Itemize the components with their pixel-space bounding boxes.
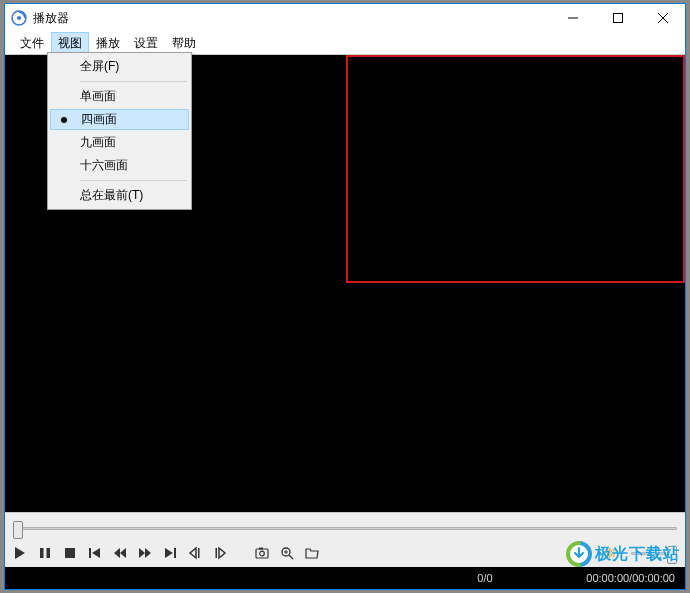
menu-view[interactable]: 视图 [51,32,89,54]
svg-rect-12 [259,548,263,550]
menu-settings[interactable]: 设置 [127,32,165,54]
svg-rect-9 [216,548,218,558]
svg-rect-8 [198,548,200,558]
menu-item-fullscreen[interactable]: 全屏(F) [50,55,189,78]
skip-end-button[interactable] [163,546,177,560]
svg-point-1 [17,16,21,20]
menubar: 文件 视图 播放 设置 帮助 [5,32,685,54]
progress-thumb[interactable] [13,521,23,539]
status-bar: 0/0 00:00:00/00:00:00 [5,567,685,589]
fast-forward-button[interactable] [138,546,152,560]
menu-label: 九画面 [76,134,189,151]
pause-button[interactable] [38,546,52,560]
svg-rect-10 [256,549,268,558]
menu-label: 四画面 [77,111,188,128]
status-counter: 0/0 [425,572,545,584]
progress-track [13,527,677,530]
app-icon [11,10,27,26]
stop-button[interactable] [63,546,77,560]
svg-rect-3 [40,548,44,558]
video-pane-3[interactable] [5,285,344,513]
menu-item-quad-view[interactable]: 四画面 [50,109,189,130]
menu-label: 单画面 [76,88,189,105]
menu-file[interactable]: 文件 [13,32,51,54]
minimize-button[interactable] [550,4,595,32]
menu-item-nine-view[interactable]: 九画面 [50,131,189,154]
snapshot-button[interactable] [255,546,269,560]
window-controls [550,4,685,32]
volume-icon[interactable] [600,543,620,563]
menu-item-always-on-top[interactable]: 总在最前(T) [50,184,189,207]
svg-rect-6 [89,548,91,558]
window-title: 播放器 [33,10,550,27]
rewind-button[interactable] [113,546,127,560]
volume-thumb[interactable] [667,546,677,564]
menu-label: 总在最前(T) [76,187,189,204]
titlebar: 播放器 [5,4,685,32]
volume-slider[interactable] [631,544,677,562]
open-folder-button[interactable] [305,546,319,560]
video-pane-2[interactable] [346,55,685,283]
svg-rect-5 [65,548,75,558]
video-pane-4[interactable] [346,285,685,513]
close-button[interactable] [640,4,685,32]
view-dropdown-menu: 全屏(F) 单画面 四画面 九画面 十六画面 总在最前(T) [47,52,192,210]
svg-rect-4 [47,548,51,558]
status-time: 00:00:00/00:00:00 [545,572,675,584]
menu-label: 全屏(F) [76,58,189,75]
play-button[interactable] [13,546,27,560]
button-row [13,543,677,563]
skip-start-button[interactable] [88,546,102,560]
maximize-button[interactable] [595,4,640,32]
menu-separator [80,180,187,181]
menu-label: 十六画面 [76,157,189,174]
step-back-button[interactable] [188,546,202,560]
menu-item-single-view[interactable]: 单画面 [50,85,189,108]
menu-separator [80,81,187,82]
svg-point-11 [260,551,265,556]
svg-rect-7 [174,548,176,558]
progress-slider[interactable] [13,519,677,537]
menu-play[interactable]: 播放 [89,32,127,54]
svg-rect-2 [613,14,622,23]
menu-help[interactable]: 帮助 [165,32,203,54]
zoom-button[interactable] [280,546,294,560]
step-forward-button[interactable] [213,546,227,560]
control-bar [5,512,685,567]
radio-mark-icon [51,117,77,123]
menu-item-sixteen-view[interactable]: 十六画面 [50,154,189,177]
